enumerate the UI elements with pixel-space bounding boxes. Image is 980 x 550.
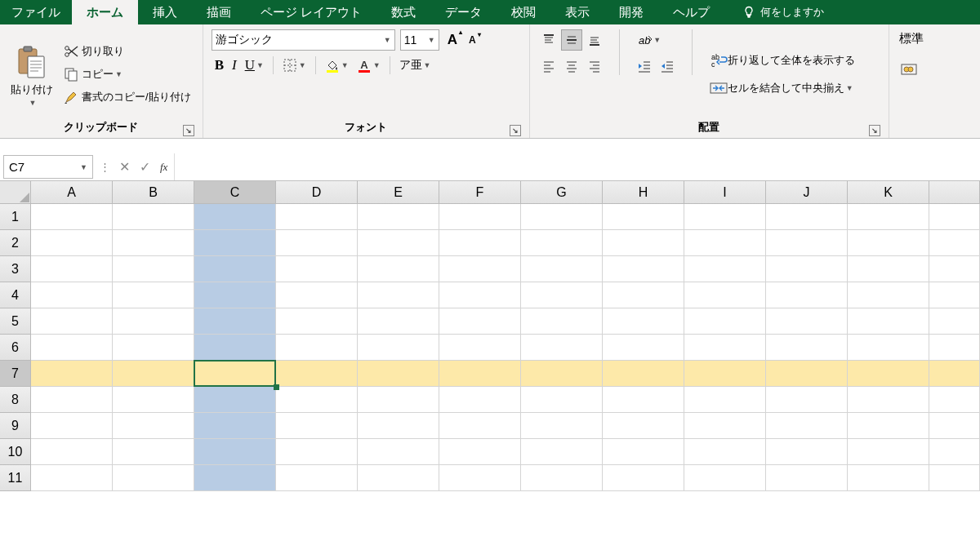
accounting-format-button[interactable] (898, 60, 925, 79)
cell-B8[interactable] (113, 387, 194, 413)
cell-G9[interactable] (521, 413, 603, 439)
cell-extra[interactable] (929, 204, 980, 230)
cell-C5[interactable] (194, 308, 276, 335)
cell-D10[interactable] (276, 439, 358, 465)
cell-extra[interactable] (929, 361, 980, 387)
cell-H8[interactable] (603, 387, 684, 413)
align-center-button[interactable] (561, 55, 582, 77)
cell-E10[interactable] (358, 439, 439, 465)
tab-review[interactable]: 校閲 (497, 0, 550, 24)
cell-J5[interactable] (766, 308, 848, 335)
cell-H6[interactable] (603, 335, 684, 361)
cell-I3[interactable] (684, 256, 766, 282)
cell-C4[interactable] (194, 282, 276, 308)
tab-help[interactable]: ヘルプ (658, 0, 724, 24)
tab-insert[interactable]: 挿入 (138, 0, 192, 24)
cell-G2[interactable] (521, 230, 603, 256)
cell-F3[interactable] (439, 256, 521, 282)
align-bottom-button[interactable] (584, 29, 605, 51)
cell-K9[interactable] (848, 413, 929, 439)
row-header-1[interactable]: 1 (0, 204, 31, 230)
column-header-I[interactable]: I (684, 181, 766, 204)
align-top-button[interactable] (538, 29, 559, 51)
cell-F4[interactable] (439, 282, 521, 308)
cell-E5[interactable] (358, 308, 439, 335)
cell-D7[interactable] (276, 361, 358, 387)
cell-C2[interactable] (194, 230, 276, 256)
merge-center-button[interactable]: セルを結合して中央揃え▼ (706, 78, 858, 98)
cell-J6[interactable] (766, 335, 848, 361)
cell-A11[interactable] (31, 465, 113, 491)
cell-D8[interactable] (276, 387, 358, 413)
cell-D2[interactable] (276, 230, 358, 256)
cell-C3[interactable] (194, 256, 276, 282)
font-size-combo[interactable]: 11▼ (400, 29, 439, 51)
cell-G7[interactable] (521, 361, 603, 387)
cell-B7[interactable] (113, 361, 194, 387)
cell-I10[interactable] (684, 439, 766, 465)
cell-C7[interactable] (194, 361, 276, 387)
column-header-F[interactable]: F (439, 181, 521, 204)
cell-B9[interactable] (113, 413, 194, 439)
cell-F2[interactable] (439, 230, 521, 256)
borders-button[interactable]: ▼ (279, 55, 310, 75)
cell-C1[interactable] (194, 204, 276, 230)
row-header-7[interactable]: 7 (0, 361, 31, 387)
cell-F8[interactable] (439, 387, 521, 413)
cell-extra[interactable] (929, 335, 980, 361)
cell-extra[interactable] (929, 465, 980, 491)
bold-button[interactable]: B (212, 55, 227, 75)
cell-H2[interactable] (603, 230, 684, 256)
cell-G11[interactable] (521, 465, 603, 491)
cell-B10[interactable] (113, 439, 194, 465)
copy-button[interactable]: コピー▼ (60, 64, 194, 84)
cell-C11[interactable] (194, 465, 276, 491)
cell-K7[interactable] (848, 361, 929, 387)
cell-E1[interactable] (358, 204, 439, 230)
cell-B6[interactable] (113, 335, 194, 361)
row-header-8[interactable]: 8 (0, 387, 31, 413)
cell-E9[interactable] (358, 413, 439, 439)
tab-view[interactable]: 表示 (550, 0, 604, 24)
cell-G5[interactable] (521, 308, 603, 335)
cell-D6[interactable] (276, 335, 358, 361)
cell-J9[interactable] (766, 413, 848, 439)
row-header-10[interactable]: 10 (0, 439, 31, 465)
tab-formulas[interactable]: 数式 (376, 0, 430, 24)
cell-H10[interactable] (603, 439, 684, 465)
cell-I6[interactable] (684, 335, 766, 361)
cell-G6[interactable] (521, 335, 603, 361)
cell-A3[interactable] (31, 256, 113, 282)
cell-G10[interactable] (521, 439, 603, 465)
align-left-button[interactable] (538, 55, 559, 77)
cell-K3[interactable] (848, 256, 929, 282)
cell-F11[interactable] (439, 465, 521, 491)
cell-G8[interactable] (521, 387, 603, 413)
tab-home[interactable]: ホーム (72, 0, 138, 24)
cell-F6[interactable] (439, 335, 521, 361)
cell-J11[interactable] (766, 465, 848, 491)
fill-color-button[interactable]: ▼ (322, 55, 352, 75)
cell-H5[interactable] (603, 308, 684, 335)
cell-H1[interactable] (603, 204, 684, 230)
cell-I9[interactable] (684, 413, 766, 439)
cell-A5[interactable] (31, 308, 113, 335)
cell-I5[interactable] (684, 308, 766, 335)
cell-F9[interactable] (439, 413, 521, 439)
cell-extra[interactable] (929, 413, 980, 439)
cell-B2[interactable] (113, 230, 194, 256)
cell-extra[interactable] (929, 439, 980, 465)
cell-E3[interactable] (358, 256, 439, 282)
column-header-J[interactable]: J (766, 181, 848, 204)
font-dialog-launcher[interactable]: ↘ (510, 125, 521, 136)
phonetic-button[interactable]: ア亜▼ (396, 55, 434, 75)
cell-A10[interactable] (31, 439, 113, 465)
cell-J4[interactable] (766, 282, 848, 308)
cell-A8[interactable] (31, 387, 113, 413)
underline-button[interactable]: U▼ (242, 55, 267, 75)
column-header-E[interactable]: E (358, 181, 439, 204)
cell-B1[interactable] (113, 204, 194, 230)
cell-H7[interactable] (603, 361, 684, 387)
cell-H3[interactable] (603, 256, 684, 282)
cell-G1[interactable] (521, 204, 603, 230)
